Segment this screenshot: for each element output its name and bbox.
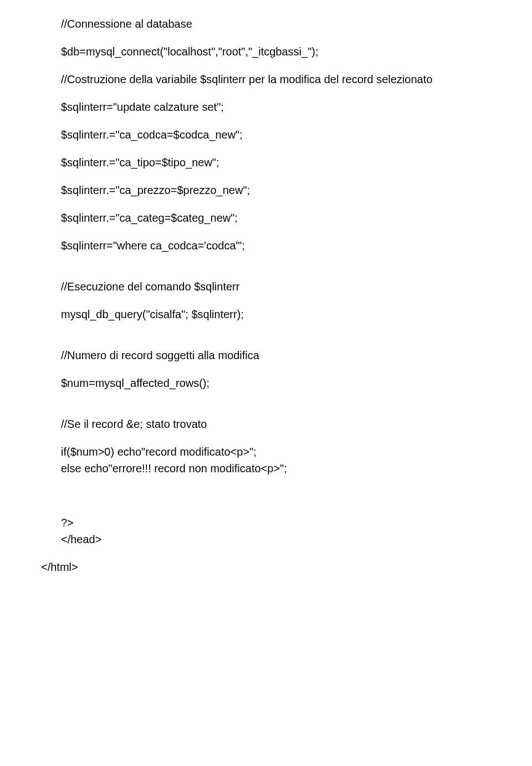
code-sql-categ: $sqlinterr.="ca_categ=$categ_new";: [61, 211, 471, 225]
code-db-connect: $db=mysql_connect("localhost","root","_i…: [61, 44, 471, 59]
code-html-close: </html>: [41, 560, 471, 574]
code-head-close: </head>: [61, 532, 471, 547]
code-if-echo: if($num>0) echo"record modificato<p>";: [61, 445, 471, 459]
code-comment-var: //Costruzione della variabile $sqlinterr…: [61, 72, 471, 86]
code-sql-codca: $sqlinterr.="ca_codca=$codca_new";: [61, 127, 471, 142]
code-affected-rows: $num=mysql_affected_rows();: [61, 376, 471, 390]
code-php-close: ?>: [61, 515, 471, 530]
code-sql-update: $sqlinterr="update calzature set";: [61, 100, 471, 114]
code-sql-where: $sqlinterr="where ca_codca='codca'";: [61, 238, 471, 253]
document-page: //Connessione al database $db=mysql_conn…: [0, 0, 532, 604]
code-comment-num: //Numero di record soggetti alla modific…: [61, 348, 471, 362]
code-comment-db: //Connessione al database: [61, 17, 471, 31]
code-sql-tipo: $sqlinterr.="ca_tipo=$tipo_new";: [61, 155, 471, 170]
code-comment-exec: //Esecuzione del comando $sqlinterr: [61, 279, 471, 294]
code-sql-prezzo: $sqlinterr.="ca_prezzo=$prezzo_new";: [61, 183, 471, 197]
code-else-echo: else echo"errore!!! record non modificat…: [61, 461, 471, 476]
code-comment-found: //Se il record &e; stato trovato: [61, 417, 471, 431]
code-db-query: mysql_db_query("cisalfa"; $sqlinterr);: [61, 307, 471, 321]
